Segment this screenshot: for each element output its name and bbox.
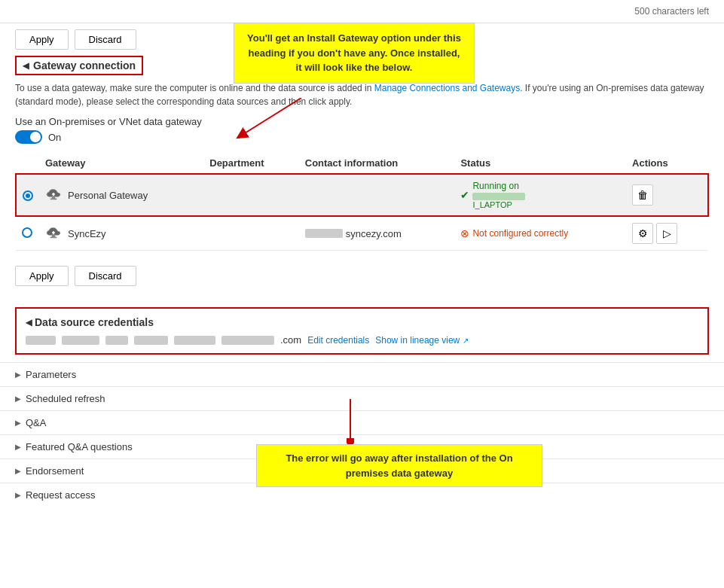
radio-button-selected[interactable] bbox=[23, 190, 33, 201]
credentials-header: ◀ Data source credentials bbox=[26, 316, 698, 328]
col-contact: Contact information bbox=[299, 153, 455, 174]
run-button[interactable]: ▷ bbox=[656, 223, 677, 244]
endorsement-label: Endorsement bbox=[26, 465, 84, 477]
bottom-apply-button[interactable]: Apply bbox=[15, 266, 69, 286]
gateway-section-title: Gateway connection bbox=[33, 59, 136, 72]
status-cell-2: ⊗ Not configured correctly bbox=[454, 216, 626, 251]
dept-cell-2 bbox=[203, 216, 299, 251]
request-label: Request access bbox=[26, 489, 96, 501]
col-gateway: Gateway bbox=[39, 153, 203, 174]
radio-cell-1[interactable] bbox=[16, 174, 39, 216]
contact-domain: syncezy.com bbox=[346, 228, 402, 239]
toggle-description: Use an On-premises or VNet data gateway bbox=[15, 116, 202, 127]
chevron-endorsement: ▶ bbox=[15, 467, 21, 475]
radio-cell-2[interactable] bbox=[16, 216, 39, 251]
qa-section[interactable]: ▶ Q&A bbox=[0, 410, 724, 434]
personal-gateway-label: Personal Gateway bbox=[68, 190, 148, 201]
edit-credentials-link[interactable]: Edit credentials bbox=[307, 335, 369, 346]
contact-cell-2: syncezy.com bbox=[299, 216, 455, 251]
col-actions: Actions bbox=[626, 153, 708, 174]
credentials-title: Data source credentials bbox=[35, 316, 154, 328]
top-callout: You'll get an Install Gateway option und… bbox=[234, 23, 475, 84]
settings-button[interactable]: ⚙ bbox=[632, 223, 653, 244]
gateway-name-cell-1: Personal Gateway bbox=[39, 174, 203, 216]
toggle-state-label: On bbox=[48, 132, 61, 143]
gateway-table: Gateway Department Contact information S… bbox=[15, 153, 709, 251]
gateway-toggle[interactable] bbox=[15, 130, 42, 144]
blur-contact bbox=[305, 229, 343, 238]
chevron-parameters: ▶ bbox=[15, 370, 21, 379]
top-discard-button[interactable]: Discard bbox=[75, 29, 136, 50]
blur-block-laptop bbox=[472, 193, 525, 200]
manage-connections-link[interactable]: Manage Connections and Gateways bbox=[374, 83, 520, 93]
action-cell-2: ⚙ ▷ bbox=[626, 216, 708, 251]
chevron-featured-qa: ▶ bbox=[15, 443, 21, 451]
blur-cred-1 bbox=[26, 336, 56, 345]
gateway-description: To use a data gateway, make sure the com… bbox=[15, 81, 709, 108]
status-running-text: Running on bbox=[472, 181, 525, 191]
table-row: Personal Gateway ✔ Running on I_LAPTOP bbox=[16, 174, 708, 216]
blur-cred-4 bbox=[134, 336, 168, 345]
status-cell-1: ✔ Running on I_LAPTOP bbox=[454, 174, 626, 216]
toggle-row: Use an On-premises or VNet data gateway bbox=[15, 116, 709, 127]
top-apply-button[interactable]: Apply bbox=[15, 29, 69, 50]
chevron-request: ▶ bbox=[15, 491, 21, 499]
bottom-discard-button[interactable]: Discard bbox=[75, 266, 136, 286]
bottom-btn-row: Apply Discard bbox=[15, 260, 709, 292]
desc-before-link: To use a data gateway, make sure the com… bbox=[15, 83, 374, 93]
bottom-callout: The error will go away after installatio… bbox=[256, 444, 542, 487]
scheduled-label: Scheduled refresh bbox=[26, 393, 105, 404]
gateway-cloud-icon-1 bbox=[45, 187, 62, 203]
bottom-callout-text: The error will go away after installatio… bbox=[286, 452, 512, 479]
credentials-row: .com Edit credentials Show in lineage vi… bbox=[26, 334, 698, 346]
dept-cell-1 bbox=[203, 174, 299, 216]
chevron-qa: ▶ bbox=[15, 419, 21, 427]
status-error-icon: ⊗ bbox=[460, 227, 469, 239]
collapse-icon: ◀ bbox=[23, 61, 29, 71]
status-error-text: Not configured correctly bbox=[472, 228, 568, 239]
action-cell-1: 🗑 bbox=[626, 174, 708, 216]
chevron-scheduled: ▶ bbox=[15, 395, 21, 403]
blur-cred-5 bbox=[174, 336, 215, 345]
svg-rect-1 bbox=[50, 198, 57, 200]
table-row: SyncEzy syncezy.com ⊗ Not configured bbox=[16, 216, 708, 251]
parameters-label: Parameters bbox=[26, 369, 76, 380]
char-count: 500 characters left bbox=[634, 6, 709, 17]
credentials-section: ◀ Data source credentials .com Edit cred… bbox=[15, 307, 709, 355]
gateway-section: ◀ Gateway connection To use a data gatew… bbox=[0, 56, 724, 300]
featured-qa-label: Featured Q&A questions bbox=[26, 441, 133, 452]
external-link-icon: ↗ bbox=[463, 337, 469, 345]
top-callout-text: You'll get an Install Gateway option und… bbox=[247, 32, 461, 73]
col-radio bbox=[16, 153, 39, 174]
radio-button-unselected[interactable] bbox=[22, 227, 32, 238]
gateway-section-header[interactable]: ◀ Gateway connection bbox=[15, 56, 143, 75]
scheduled-refresh-section[interactable]: ▶ Scheduled refresh bbox=[0, 386, 724, 410]
col-status: Status bbox=[454, 153, 626, 174]
status-check-icon: ✔ bbox=[460, 189, 469, 201]
cred-domain: .com bbox=[280, 334, 301, 346]
blur-cred-2 bbox=[62, 336, 99, 345]
col-department: Department bbox=[203, 153, 299, 174]
lineage-link[interactable]: Show in lineage view ↗ bbox=[375, 335, 468, 346]
syncezy-label: SyncEzy bbox=[68, 228, 106, 239]
blur-cred-3 bbox=[105, 336, 128, 345]
gateway-name-cell-2: SyncEzy bbox=[39, 216, 203, 251]
svg-rect-3 bbox=[50, 236, 57, 238]
blur-cred-6 bbox=[221, 336, 274, 345]
delete-button[interactable]: 🗑 bbox=[632, 184, 653, 206]
toggle-control-row: On bbox=[15, 130, 709, 144]
qa-label: Q&A bbox=[26, 417, 46, 428]
status-laptop-label: I_LAPTOP bbox=[472, 200, 525, 209]
contact-cell-1 bbox=[299, 174, 455, 216]
gateway-cloud-icon-2 bbox=[45, 226, 62, 242]
cred-collapse-icon: ◀ bbox=[26, 318, 32, 328]
parameters-section[interactable]: ▶ Parameters bbox=[0, 362, 724, 386]
